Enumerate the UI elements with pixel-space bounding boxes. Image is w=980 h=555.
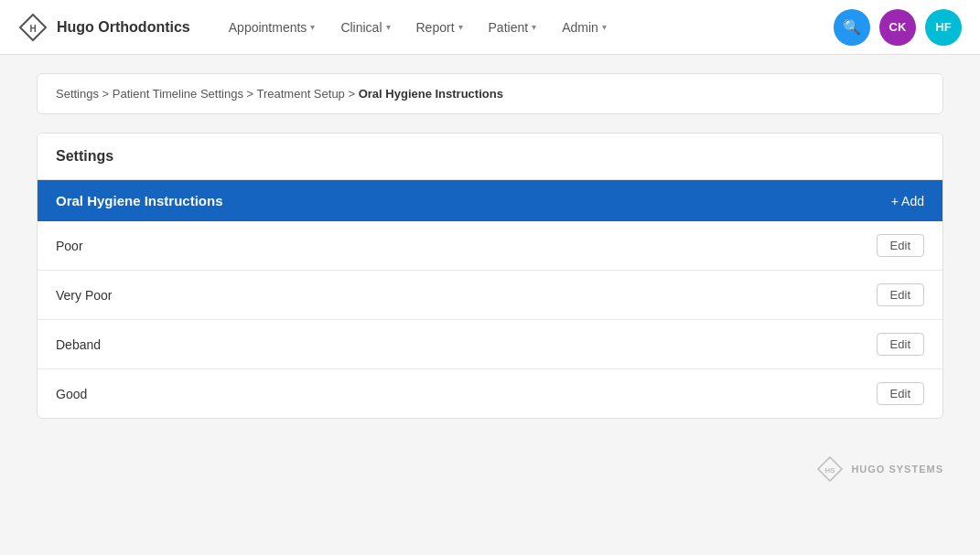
- nav-items: Appointments ▾ Clinical ▾ Report ▾ Patie…: [218, 13, 618, 42]
- search-icon: 🔍: [843, 18, 861, 36]
- breadcrumb: Settings > Patient Timeline Settings > T…: [56, 87, 924, 101]
- breadcrumb-separator-3: >: [348, 87, 358, 101]
- breadcrumb-settings: Settings: [56, 87, 99, 101]
- nav-item-report[interactable]: Report ▾: [405, 13, 474, 42]
- chevron-down-icon: ▾: [310, 22, 315, 32]
- nav-label-admin: Admin: [562, 20, 598, 35]
- breadcrumb-current: Oral Hygiene Instructions: [359, 87, 503, 101]
- active-section-label: Oral Hygiene Instructions: [56, 193, 223, 208]
- logo-text: Hugo Orthodontics: [57, 19, 190, 36]
- row-label-very-poor: Very Poor: [56, 288, 112, 303]
- list-item: Very Poor Edit: [38, 271, 942, 320]
- chevron-down-icon: ▾: [532, 22, 536, 32]
- svg-text:H: H: [29, 24, 36, 34]
- list-item: Deband Edit: [38, 320, 942, 369]
- navbar: H Hugo Orthodontics Appointments ▾ Clini…: [0, 0, 980, 55]
- edit-button-good[interactable]: Edit: [877, 382, 924, 405]
- logo-icon: H: [18, 13, 48, 42]
- list-item: Poor Edit: [38, 221, 942, 271]
- settings-card: Settings Oral Hygiene Instructions + Add…: [37, 133, 943, 419]
- avatar-ck[interactable]: CK: [879, 9, 916, 46]
- nav-label-report: Report: [416, 20, 455, 35]
- active-section-row: Oral Hygiene Instructions + Add: [38, 180, 942, 221]
- nav-item-admin[interactable]: Admin ▾: [551, 13, 618, 42]
- footer: HS HUGO SYSTEMS: [0, 437, 980, 501]
- row-label-poor: Poor: [56, 239, 83, 253]
- edit-button-deband[interactable]: Edit: [877, 333, 924, 356]
- svg-text:HS: HS: [825, 466, 836, 475]
- navbar-left: H Hugo Orthodontics Appointments ▾ Clini…: [18, 13, 618, 42]
- nav-item-appointments[interactable]: Appointments ▾: [218, 13, 327, 42]
- chevron-down-icon: ▾: [458, 22, 463, 32]
- list-item: Good Edit: [38, 369, 942, 418]
- breadcrumb-card: Settings > Patient Timeline Settings > T…: [37, 73, 943, 114]
- row-label-good: Good: [56, 387, 87, 401]
- breadcrumb-patient-timeline: Patient Timeline Settings: [113, 87, 243, 101]
- breadcrumb-separator-1: >: [102, 87, 113, 101]
- breadcrumb-treatment-setup: Treatment Setup: [257, 87, 345, 101]
- footer-logo-icon: HS: [816, 455, 844, 483]
- settings-title: Settings: [38, 133, 942, 180]
- nav-label-clinical: Clinical: [340, 20, 382, 35]
- row-label-deband: Deband: [56, 337, 101, 352]
- add-button[interactable]: + Add: [891, 194, 924, 208]
- nav-item-patient[interactable]: Patient ▾: [478, 13, 548, 42]
- breadcrumb-separator-2: >: [247, 87, 257, 101]
- nav-item-clinical[interactable]: Clinical ▾: [329, 13, 401, 42]
- footer-text: HUGO SYSTEMS: [851, 464, 943, 475]
- edit-button-very-poor[interactable]: Edit: [877, 283, 924, 306]
- navbar-right: 🔍 CK HF: [834, 9, 962, 46]
- avatar-ck-label: CK: [889, 20, 907, 34]
- avatar-hf[interactable]: HF: [925, 9, 962, 46]
- avatar-hf-label: HF: [935, 20, 951, 34]
- edit-button-poor[interactable]: Edit: [877, 234, 924, 257]
- logo-area: H Hugo Orthodontics: [18, 13, 190, 42]
- search-button[interactable]: 🔍: [834, 9, 870, 46]
- nav-label-patient: Patient: [489, 20, 529, 35]
- main-content: Settings > Patient Timeline Settings > T…: [0, 55, 980, 437]
- chevron-down-icon: ▾: [602, 22, 607, 32]
- chevron-down-icon: ▾: [386, 22, 391, 32]
- nav-label-appointments: Appointments: [229, 20, 307, 35]
